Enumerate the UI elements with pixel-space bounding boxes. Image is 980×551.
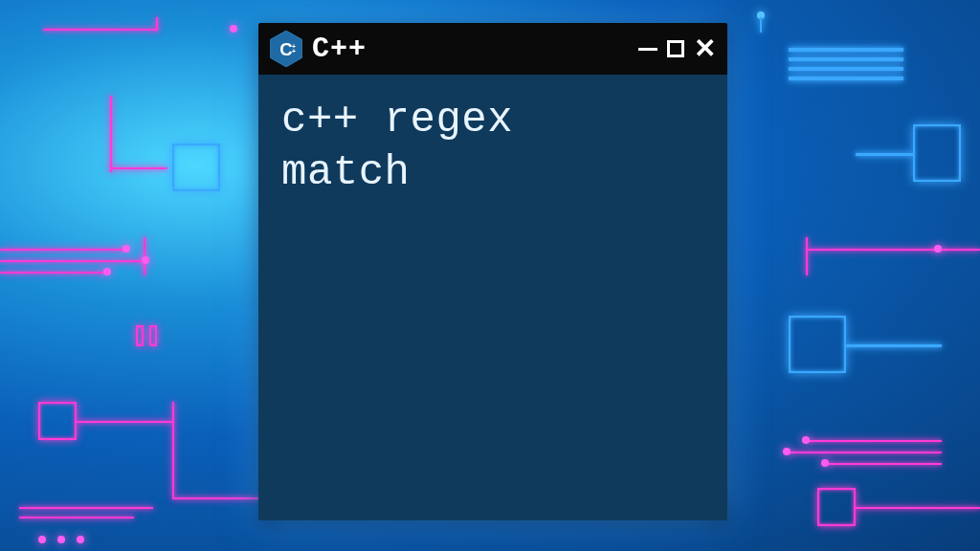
window-controls: ✕ xyxy=(638,35,716,62)
close-button[interactable]: ✕ xyxy=(694,35,716,62)
window-body: c++ regex match xyxy=(258,75,727,520)
minimize-button[interactable] xyxy=(638,48,657,51)
terminal-window: C + + C++ ✕ c++ regex match xyxy=(258,23,727,520)
body-text: c++ regex match xyxy=(281,94,704,199)
svg-text:+: + xyxy=(292,48,296,55)
cpp-hex-icon: C + + xyxy=(270,31,302,67)
maximize-button[interactable] xyxy=(667,40,684,57)
window-titlebar[interactable]: C + + C++ ✕ xyxy=(258,23,727,75)
svg-text:C: C xyxy=(279,39,292,59)
window-title: C++ xyxy=(312,33,367,65)
